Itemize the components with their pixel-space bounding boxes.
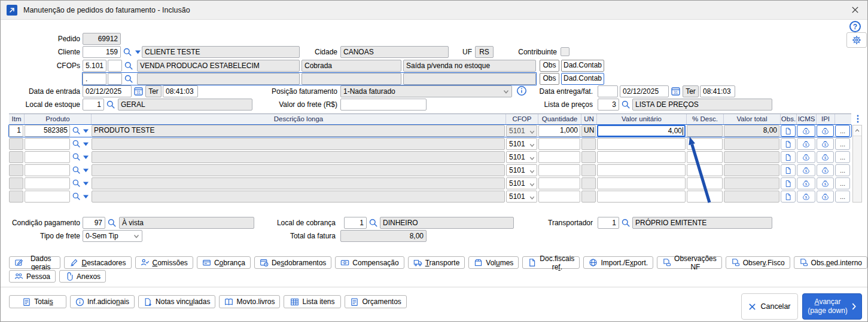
grid-ipi-button[interactable]: $ [817, 191, 834, 203]
cancel-button[interactable]: Cancelar [741, 293, 798, 320]
toolbar3-movto-livros[interactable]: Movto.livros [219, 295, 280, 308]
grid-quantidade-input[interactable] [538, 164, 580, 176]
grid-obs-button[interactable] [781, 164, 796, 176]
data-entrega-time-input[interactable]: 08:41:03 [700, 85, 735, 97]
grid-produto-search-icon[interactable] [72, 192, 81, 201]
grid-more-button[interactable]: ... [835, 164, 850, 176]
transportador-code-input[interactable]: 1 [598, 217, 619, 229]
toolbar1-cobran-a[interactable]: Cobrança [197, 256, 251, 269]
toolbar2-pessoa[interactable]: Pessoa [9, 270, 56, 283]
grid-produto-caret-down-icon[interactable] [83, 128, 89, 134]
toolbar1-observ-fisco[interactable]: Observ.Fisco [726, 256, 790, 269]
grid-quantidade-input[interactable] [538, 151, 580, 163]
grid-quantidade-input[interactable] [538, 191, 580, 203]
grid-ipi-button[interactable]: $ [817, 125, 834, 137]
grid-produto-caret-down-icon[interactable] [83, 180, 89, 186]
condicao-pagamento-search-icon[interactable] [107, 218, 117, 228]
grid-produto-caret-down-icon[interactable] [83, 154, 89, 160]
cfop-dadcontab-button[interactable]: Dad.Contab [561, 73, 604, 85]
toolbar3-notas-vinculadas[interactable]: Notas vinculadas [138, 295, 215, 308]
grid-obs-button[interactable] [781, 191, 796, 203]
grid-produto-caret-down-icon[interactable] [83, 141, 89, 147]
grid-icms-button[interactable]: $ [797, 151, 815, 163]
toolbar1-dados-gerais[interactable]: Dados gerais [9, 256, 60, 269]
grid-icms-button[interactable]: $ [797, 138, 815, 150]
grid-scrollbar[interactable] [852, 125, 862, 203]
toolbar1-doc-fiscais-ref[interactable]: Doc.fiscais ref. [522, 256, 580, 269]
toolbar1-transporte[interactable]: Transporte [408, 256, 465, 269]
grid-cfop-select[interactable]: 5101 [506, 151, 537, 163]
grid-cfop-select[interactable]: 5101 [506, 191, 537, 203]
grid-more-button[interactable]: ... [835, 191, 850, 203]
settings-button[interactable] [846, 32, 867, 48]
grid-produto-input[interactable] [25, 177, 70, 189]
close-button[interactable] [845, 2, 865, 18]
grid-cfop-select[interactable]: 5101 [506, 177, 537, 189]
grid-icms-button[interactable]: $ [797, 164, 815, 176]
data-entrega-pre-input[interactable] [598, 85, 618, 97]
local-cobranca-code-input[interactable]: 1 [344, 217, 367, 229]
cfop-dadcontab-button[interactable]: Dad.Contab [561, 60, 604, 72]
grid-quantidade-input[interactable]: 1,000 [538, 125, 580, 137]
data-entrada-time-input[interactable]: 08:41:03 [163, 85, 198, 97]
grid-obs-button[interactable] [781, 177, 796, 189]
scroll-up-button[interactable] [853, 125, 861, 136]
grid-produto-search-icon[interactable] [72, 165, 81, 174]
grid-perc-desc-input[interactable] [687, 191, 723, 203]
grid-produto-input[interactable] [25, 151, 70, 163]
grid-produto-caret-down-icon[interactable] [83, 167, 89, 173]
cfop-code2-input[interactable] [108, 73, 122, 85]
toolbar1-comiss-es[interactable]: Comissões [135, 256, 193, 269]
toolbar1-desdobramentos[interactable]: Desdobramentos [254, 256, 331, 269]
grid-quantidade-input[interactable] [538, 138, 580, 150]
calendar-icon[interactable]: 31 [133, 86, 144, 96]
toolbar3-or-amentos[interactable]: Orçamentos [345, 295, 406, 308]
grid-produto-input[interactable] [25, 164, 70, 176]
lista-precos-code-input[interactable]: 3 [598, 99, 619, 111]
grid-perc-desc-input[interactable] [687, 151, 723, 163]
data-entrega-input[interactable]: 02/12/2025 [620, 85, 669, 97]
grid-icms-button[interactable]: $ [797, 177, 815, 189]
data-entrada-input[interactable]: 02/12/2025 [83, 85, 132, 97]
local-estoque-search-icon[interactable] [106, 100, 115, 109]
grid-valor-unitario-input[interactable]: 4,00 [597, 125, 686, 137]
cliente-code-input[interactable]: 159 [83, 46, 121, 58]
cfop-code-input[interactable]: . [83, 73, 106, 85]
toolbar1-volumes[interactable]: Volumes [468, 256, 519, 269]
cfop-obs-button[interactable]: Obs [540, 73, 559, 85]
grid-ipi-button[interactable]: $ [817, 177, 834, 189]
grid-obs-button[interactable] [781, 138, 796, 150]
cfop-code-input[interactable]: 5.101 [83, 60, 106, 72]
grid-perc-desc-input[interactable] [687, 138, 723, 150]
help-button[interactable]: ? [849, 21, 861, 32]
valor-frete-input[interactable] [340, 99, 427, 111]
grid-produto-input[interactable] [25, 191, 70, 203]
grid-cfop-select[interactable]: 5101 [506, 125, 537, 137]
cfop-search-icon[interactable] [124, 74, 133, 84]
grid-valor-unitario-input[interactable] [597, 151, 686, 163]
local-estoque-code-input[interactable]: 1 [83, 99, 104, 111]
grid-valor-unitario-input[interactable] [597, 177, 686, 189]
posicao-faturamento-select[interactable]: 1-Nada faturado [340, 85, 512, 97]
condicao-pagamento-code-input[interactable]: 97 [83, 217, 105, 229]
grid-valor-unitario-input[interactable] [597, 191, 686, 203]
toolbar1-observa-es-nf[interactable]: Observações NF [657, 256, 722, 269]
toolbar1-import-export[interactable]: Import./Export. [583, 256, 653, 269]
tipo-frete-select[interactable]: 0-Sem Tip [83, 230, 142, 242]
grid-cfop-select[interactable]: 5101 [506, 164, 537, 176]
contribuinte-checkbox[interactable] [561, 47, 569, 56]
grid-ipi-button[interactable]: $ [817, 138, 834, 150]
grid-icms-button[interactable]: $ [797, 125, 815, 137]
cliente-search-icon[interactable] [123, 47, 132, 57]
cliente-caret-down-icon[interactable] [135, 49, 141, 55]
grid-produto-search-icon[interactable] [72, 139, 81, 148]
toolbar3-totais[interactable]: Totais [9, 295, 66, 308]
toolbar3-inf-adicionais[interactable]: Inf.adicionais [70, 295, 135, 308]
grid-more-button[interactable]: ... [835, 138, 850, 150]
grid-ipi-button[interactable]: $ [817, 151, 834, 163]
cfop-search-icon[interactable] [124, 61, 133, 70]
grid-obs-button[interactable] [781, 151, 796, 163]
lista-precos-search-icon[interactable] [621, 100, 631, 109]
grid-produto-input[interactable]: 582385 [25, 125, 70, 137]
grid-options-icon[interactable] [854, 114, 862, 124]
